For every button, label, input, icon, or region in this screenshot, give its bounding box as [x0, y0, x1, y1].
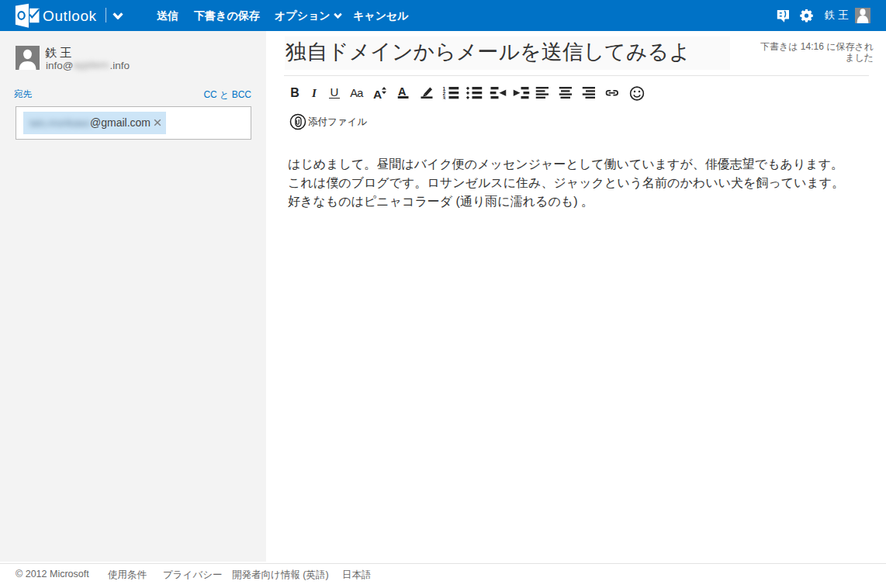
svg-text:A: A: [373, 88, 382, 99]
svg-text:3: 3: [442, 95, 445, 99]
svg-text:A: A: [398, 86, 407, 98]
